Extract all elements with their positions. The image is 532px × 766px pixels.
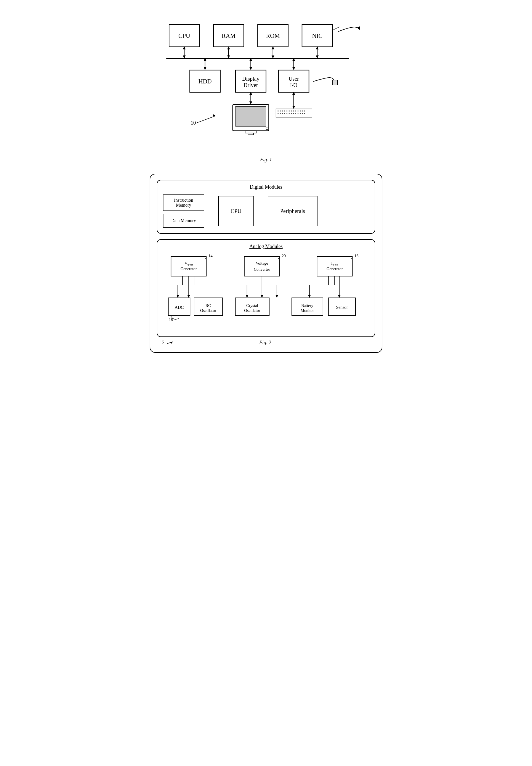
rom-label: ROM (266, 32, 280, 39)
svg-marker-23 (249, 67, 252, 70)
data-memory-block: Data Memory (163, 214, 204, 228)
svg-rect-65 (295, 113, 296, 114)
adc-label: ADC (174, 305, 184, 310)
num12-arrow (166, 340, 174, 345)
svg-rect-61 (287, 113, 287, 114)
bat-label: Battery (301, 303, 313, 308)
svg-marker-4 (358, 26, 360, 30)
svg-rect-60 (284, 113, 285, 114)
instruction-memory-label: InstructionMemory (174, 198, 193, 208)
vcvt-label: Voltage (256, 261, 268, 265)
svg-rect-49 (289, 110, 290, 111)
svg-rect-38 (248, 133, 253, 135)
svg-rect-43 (276, 109, 312, 117)
digital-inner: InstructionMemory Data Memory CPU Periph… (163, 194, 369, 228)
xosc-label2: Oscillator (244, 308, 260, 313)
iref-label2: Generator (327, 266, 343, 271)
svg-rect-58 (280, 113, 281, 114)
cpu-label-fig2: CPU (231, 208, 242, 214)
analog-modules-section: Analog Modules VREF Generator 14 Voltage… (157, 239, 375, 337)
digital-modules-title: Digital Modules (163, 184, 369, 190)
num14-label: 14 (208, 254, 213, 258)
peripherals-block: Peripherals (268, 196, 317, 226)
svg-rect-44 (278, 110, 279, 111)
hdd-label: HDD (198, 78, 212, 85)
svg-marker-99 (276, 295, 278, 298)
digital-left-col: InstructionMemory Data Memory (163, 194, 204, 228)
svg-rect-64 (293, 113, 294, 114)
userio-label: User (289, 76, 299, 82)
svg-rect-62 (289, 113, 290, 114)
svg-marker-20 (204, 67, 207, 70)
bat-label2: Monitor (301, 308, 314, 313)
display-driver-label2: Driver (243, 82, 258, 88)
userio-label2: I/O (290, 82, 297, 88)
vcvt-label2: Converter (254, 267, 270, 271)
svg-rect-69 (304, 113, 305, 114)
svg-rect-68 (302, 113, 303, 114)
num12-label: 12 (160, 340, 165, 345)
fig2-bottom: 12 Fig. 2 (157, 340, 375, 345)
display-driver-label: Display (242, 76, 259, 82)
rcosc-label: RC (205, 303, 211, 308)
svg-rect-50 (291, 110, 292, 111)
rcosc-label2: Oscillator (200, 308, 216, 313)
svg-rect-31 (332, 80, 337, 85)
svg-rect-45 (280, 110, 281, 111)
instruction-memory-block: InstructionMemory (163, 194, 204, 211)
svg-rect-67 (300, 113, 301, 114)
digital-modules-section: Digital Modules InstructionMemory Data M… (157, 180, 375, 234)
svg-rect-52 (295, 110, 296, 111)
cpu-block: CPU (218, 196, 254, 226)
nic-label: NIC (312, 32, 322, 39)
fig1-diagram: CPU RAM ROM NIC (150, 11, 382, 163)
svg-rect-59 (282, 113, 283, 114)
analog-svg: VREF Generator 14 Voltage Converter 20 I… (163, 254, 369, 330)
svg-rect-63 (291, 113, 292, 114)
svg-rect-54 (300, 110, 301, 111)
svg-line-70 (196, 116, 215, 123)
vref-label2: Generator (181, 266, 197, 271)
num10-label: 10 (191, 120, 196, 126)
peripherals-label: Peripherals (280, 208, 305, 214)
num16-label: 16 (354, 254, 359, 258)
num18-label: 18 (169, 317, 173, 322)
svg-marker-93 (308, 295, 311, 298)
svg-marker-71 (213, 114, 216, 116)
svg-rect-37 (245, 131, 256, 133)
svg-rect-55 (302, 110, 303, 111)
svg-marker-81 (176, 295, 179, 298)
xosc-label: Crystal (246, 303, 258, 308)
svg-marker-41 (292, 106, 295, 109)
svg-marker-33 (249, 101, 252, 104)
svg-line-5 (332, 27, 339, 30)
svg-rect-46 (282, 110, 283, 111)
svg-marker-89 (261, 295, 263, 298)
analog-modules-title: Analog Modules (163, 244, 369, 249)
svg-rect-66 (298, 113, 298, 114)
svg-rect-74 (244, 257, 280, 276)
svg-rect-47 (284, 110, 285, 111)
num20-label: 20 (282, 254, 286, 258)
svg-marker-26 (292, 67, 295, 70)
ram-label: RAM (222, 32, 235, 39)
svg-rect-57 (278, 113, 279, 114)
svg-rect-39 (266, 127, 268, 129)
svg-rect-48 (287, 110, 287, 111)
svg-marker-87 (246, 295, 248, 298)
svg-marker-83 (187, 295, 190, 298)
svg-rect-36 (235, 106, 266, 126)
fig2-label: Fig. 2 (259, 340, 271, 345)
fig2-diagram: Digital Modules InstructionMemory Data M… (150, 174, 382, 353)
sensor-label: Sensor (336, 305, 348, 310)
cpu-label: CPU (178, 32, 190, 39)
svg-marker-95 (338, 295, 341, 298)
data-memory-label: Data Memory (171, 218, 196, 223)
fig1-label: Fig. 1 (150, 157, 382, 163)
svg-rect-53 (298, 110, 298, 111)
svg-rect-51 (293, 110, 294, 111)
svg-rect-56 (304, 110, 305, 111)
